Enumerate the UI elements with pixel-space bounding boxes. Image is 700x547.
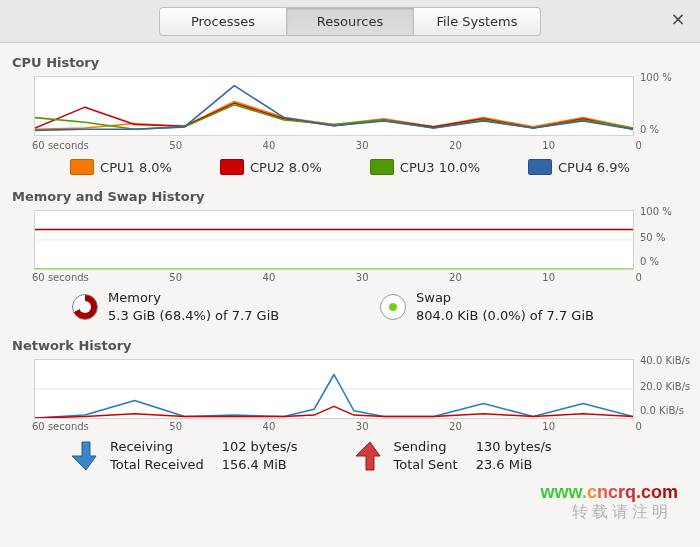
network-x-axis: 60 seconds50403020100 xyxy=(30,419,644,432)
swap-label: Swap xyxy=(416,289,594,307)
tab-processes[interactable]: Processes xyxy=(159,7,287,36)
swap-value: 804.0 KiB (0.0%) of 7.7 GiB xyxy=(416,307,594,325)
cpu-x-axis: 60 seconds50403020100 xyxy=(30,138,644,151)
color-swatch xyxy=(220,159,244,175)
recv-total-label: Total Received xyxy=(110,456,222,474)
network-details: Receiving 102 bytes/s Total Received 156… xyxy=(72,438,688,473)
view-tabs: Processes Resources File Systems xyxy=(159,7,541,36)
cpu-legend: CPU1 8.0%CPU2 8.0%CPU3 10.0%CPU4 6.9% xyxy=(12,159,688,175)
color-swatch xyxy=(70,159,94,175)
send-total-label: Total Sent xyxy=(394,456,476,474)
cpu-legend-item[interactable]: CPU2 8.0% xyxy=(220,159,322,175)
cpu-legend-label: CPU3 10.0% xyxy=(400,160,480,175)
memory-history-title: Memory and Swap History xyxy=(12,189,688,204)
memory-x-axis: 60 seconds50403020100 xyxy=(30,270,644,283)
recv-total-value: 156.4 MiB xyxy=(222,456,316,474)
download-icon xyxy=(72,440,100,472)
color-swatch xyxy=(528,159,552,175)
memory-pie-icon xyxy=(72,294,98,320)
color-swatch xyxy=(370,159,394,175)
cpu-history-title: CPU History xyxy=(12,55,688,70)
memory-chart: 100 %50 %0 % xyxy=(34,210,688,270)
titlebar: Processes Resources File Systems × xyxy=(0,0,700,43)
cpu-legend-item[interactable]: CPU4 6.9% xyxy=(528,159,630,175)
memory-value: 5.3 GiB (68.4%) of 7.7 GiB xyxy=(108,307,279,325)
swap-pie-icon xyxy=(380,294,406,320)
memory-usage: Memory 5.3 GiB (68.4%) of 7.7 GiB xyxy=(72,289,380,324)
send-rate-label: Sending xyxy=(394,438,476,456)
network-chart: 40.0 KiB/s20.0 KiB/s0.0 KiB/s xyxy=(34,359,688,419)
network-sending: Sending 130 bytes/s Total Sent 23.6 MiB xyxy=(356,438,570,473)
tab-resources[interactable]: Resources xyxy=(287,7,414,36)
resources-pane: CPU History 100 %0 % 60 seconds504030201… xyxy=(0,43,700,547)
system-monitor-window: Processes Resources File Systems × CPU H… xyxy=(0,0,700,547)
memory-label: Memory xyxy=(108,289,279,307)
send-rate-value: 130 bytes/s xyxy=(476,438,570,456)
cpu-legend-item[interactable]: CPU3 10.0% xyxy=(370,159,480,175)
cpu-plot xyxy=(34,76,634,136)
cpu-legend-label: CPU1 8.0% xyxy=(100,160,172,175)
cpu-chart: 100 %0 % xyxy=(34,76,688,138)
network-history-title: Network History xyxy=(12,338,688,353)
recv-rate-label: Receiving xyxy=(110,438,222,456)
cpu-legend-label: CPU2 8.0% xyxy=(250,160,322,175)
network-plot xyxy=(34,359,634,419)
memory-plot xyxy=(34,210,634,270)
upload-icon xyxy=(356,440,384,472)
close-icon[interactable]: × xyxy=(668,10,688,30)
network-receiving: Receiving 102 bytes/s Total Received 156… xyxy=(72,438,316,473)
memory-swap-details: Memory 5.3 GiB (68.4%) of 7.7 GiB Swap 8… xyxy=(72,289,688,324)
swap-usage: Swap 804.0 KiB (0.0%) of 7.7 GiB xyxy=(380,289,688,324)
cpu-legend-item[interactable]: CPU1 8.0% xyxy=(70,159,172,175)
cpu-legend-label: CPU4 6.9% xyxy=(558,160,630,175)
send-total-value: 23.6 MiB xyxy=(476,456,570,474)
tab-filesystems[interactable]: File Systems xyxy=(414,7,541,36)
recv-rate-value: 102 bytes/s xyxy=(222,438,316,456)
